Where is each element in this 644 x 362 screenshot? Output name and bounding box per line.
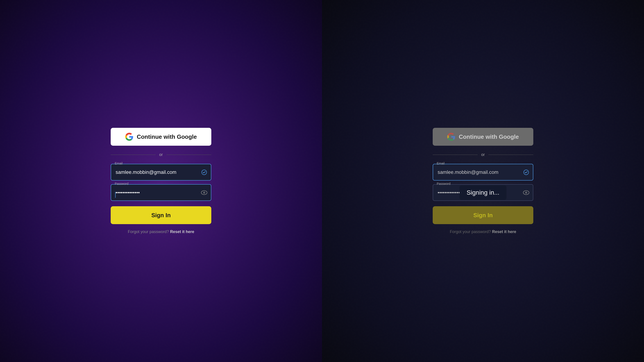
password-label: Password [114,182,129,185]
divider: or [111,152,211,157]
signin-button-label-right: Sign In [474,212,493,219]
email-valid-icon [201,169,207,175]
email-label: Email [114,162,124,165]
cursor-indicator [115,192,116,198]
divider-line-right-right [488,155,533,155]
password-input-right[interactable] [433,184,533,201]
reset-password-link[interactable]: Reset it here [170,230,194,234]
left-form: Continue with Google or Email Password [111,128,211,234]
signin-button[interactable]: Sign In [111,206,211,224]
email-valid-icon-right [523,169,529,175]
google-button-label-loading: Continue with Google [459,133,519,140]
forgot-password-text-right: Forgot your password? [450,230,491,234]
divider-text-right: or [481,152,485,157]
google-signin-button-loading[interactable]: Continue with Google [433,128,533,146]
google-icon-loading [447,133,455,141]
svg-point-7 [526,192,526,193]
reset-password-link-right[interactable]: Reset it here [492,230,516,234]
google-icon [125,133,133,141]
forgot-password: Forgot your password? Reset it here [111,230,211,234]
google-button-label: Continue with Google [137,133,197,140]
divider-text: or [159,152,163,157]
divider-right: or [433,152,533,157]
divider-line-right [166,155,211,155]
signin-button-right[interactable]: Sign In [433,206,533,224]
divider-line-left-right [433,155,478,155]
svg-point-3 [204,192,204,193]
google-signin-button[interactable]: Continue with Google [111,128,211,146]
signin-button-label: Sign In [152,212,171,219]
email-label-right: Email [436,162,446,165]
password-label-right: Password [436,182,451,185]
forgot-password-text: Forgot your password? [128,230,169,234]
password-toggle-icon-right[interactable] [523,189,529,196]
password-input[interactable] [111,184,211,201]
email-input-group: Email [111,164,211,181]
password-toggle-icon[interactable] [201,189,207,196]
divider-line-left [111,155,156,155]
password-input-group: Password [111,184,211,201]
right-panel: Continue with Google or Email Password [322,0,644,362]
left-panel: Continue with Google or Email Password [0,0,322,362]
email-input[interactable] [111,164,211,181]
password-input-group-right: Password Signing in... [433,184,533,201]
right-form: Continue with Google or Email Password [433,128,533,234]
email-input-group-right: Email [433,164,533,181]
forgot-password-right: Forgot your password? Reset it here [433,230,533,234]
email-input-right[interactable] [433,164,533,181]
